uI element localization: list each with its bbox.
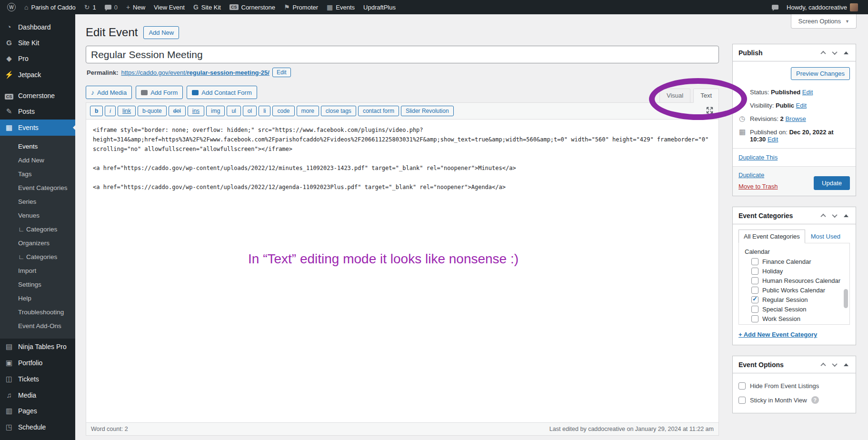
add-new-event-category-link[interactable]: + Add New Event Category <box>738 331 817 338</box>
quicktag-slider-revolution-button[interactable]: Slider Revolution <box>401 106 454 116</box>
category-checkbox-holiday[interactable]: Holiday <box>744 266 841 276</box>
quicktag-img-button[interactable]: img <box>206 106 225 116</box>
comments-link[interactable]: 0 <box>100 0 122 14</box>
category-checkbox-special-session[interactable]: Special Session <box>744 304 841 314</box>
sidebar-item-site-kit[interactable]: G Site Kit <box>0 35 75 50</box>
sidebar-item-cornerstone[interactable]: CS Cornerstone <box>0 88 75 103</box>
quicktag-contact-form-button[interactable]: contact form <box>358 106 399 116</box>
submenu-item-venues[interactable]: Venues <box>0 209 75 222</box>
add-media-button[interactable]: ♪ Add Media <box>86 86 132 99</box>
events-menu[interactable]: ▦ Events <box>322 0 359 14</box>
add-form-button[interactable]: Add Form <box>136 86 183 99</box>
update-button[interactable]: Update <box>814 176 850 190</box>
submenu-item-event-add-ons[interactable]: Event Add-Ons <box>0 319 75 333</box>
notification-icon[interactable] <box>772 5 778 10</box>
sidebar-item-pages[interactable]: ▥ Pages <box>0 403 75 419</box>
submenu-item-organizers[interactable]: Organizers <box>0 236 75 250</box>
quicktag-italic-button[interactable]: i <box>105 106 116 116</box>
view-event-link[interactable]: View Event <box>150 0 189 14</box>
category-checkbox-regular-session[interactable]: Regular Session <box>744 295 841 304</box>
duplicate-this-link[interactable]: Duplicate This <box>738 154 778 161</box>
move-up-button[interactable] <box>818 211 828 220</box>
quicktag-blockquote-button[interactable]: b-quote <box>138 106 167 116</box>
edit-visibility-link[interactable]: Edit <box>796 102 807 109</box>
move-to-trash-link[interactable]: Move to Trash <box>738 183 778 190</box>
tab-most-used[interactable]: Most Used <box>805 230 846 243</box>
collapse-toggle[interactable] <box>841 48 851 58</box>
sidebar-item-portfolio[interactable]: ▣ Portfolio <box>0 355 75 371</box>
sidebar-item-schedule[interactable]: ◳ Schedule <box>0 419 75 435</box>
cornerstone-menu[interactable]: CS Cornerstone <box>225 0 279 14</box>
submenu-item-add-new[interactable]: Add New <box>0 153 75 167</box>
fullscreen-expand-icon[interactable] <box>706 106 714 114</box>
site-kit-menu[interactable]: G Site Kit <box>189 0 225 14</box>
sidebar-item-jetpack[interactable]: ⚡ Jetpack <box>0 67 75 83</box>
move-up-button[interactable] <box>818 360 828 370</box>
collapse-toggle[interactable] <box>841 211 851 220</box>
edit-status-link[interactable]: Edit <box>802 89 813 96</box>
preview-changes-button[interactable]: Preview Changes <box>791 67 850 80</box>
collapse-toggle[interactable] <box>841 360 851 370</box>
quicktag-code-button[interactable]: code <box>272 106 294 116</box>
add-new-button[interactable]: Add New <box>143 26 179 39</box>
promoter-menu[interactable]: ⚑ Promoter <box>279 0 322 14</box>
category-checkbox-public-works-calendar[interactable]: Public Works Calendar <box>744 285 841 295</box>
submenu-item-troubleshooting[interactable]: Troubleshooting <box>0 305 75 319</box>
submenu-item-organizer-categories[interactable]: ∟ Categories <box>0 250 75 264</box>
move-up-button[interactable] <box>818 48 828 58</box>
sidebar-item-ninja-tables-pro[interactable]: ▤ Ninja Tables Pro <box>0 339 75 355</box>
submenu-item-help[interactable]: Help <box>0 291 75 305</box>
site-name-link[interactable]: ⌂ Parish of Caddo <box>20 0 80 14</box>
sidebar-item-pro[interactable]: ◆ Pro <box>0 50 75 67</box>
quicktag-ins-button[interactable]: ins <box>188 106 204 116</box>
permalink-link[interactable]: https://caddo.gov/event/regular-session-… <box>121 69 269 76</box>
submenu-item-venue-categories[interactable]: ∟ Categories <box>0 222 75 236</box>
submenu-item-series[interactable]: Series <box>0 195 75 209</box>
move-down-button[interactable] <box>830 360 839 370</box>
sidebar-item-media[interactable]: ♫ Media <box>0 387 75 403</box>
move-down-button[interactable] <box>830 48 839 58</box>
help-icon[interactable]: ? <box>811 396 819 404</box>
edit-published-date-link[interactable]: Edit <box>768 136 778 143</box>
sticky-in-month-view-checkbox[interactable]: Sticky in Month View ? <box>738 393 850 407</box>
browse-revisions-link[interactable]: Browse <box>785 115 806 122</box>
edit-permalink-button[interactable]: Edit <box>272 68 291 77</box>
quicktag-ol-button[interactable]: ol <box>243 106 257 116</box>
editor-textarea[interactable]: <iframe style="border: none; overflow: h… <box>86 120 718 422</box>
submenu-item-import[interactable]: Import <box>0 264 75 278</box>
quicktag-ul-button[interactable]: ul <box>227 106 240 116</box>
wordpress-menu[interactable]: W <box>3 0 20 14</box>
sidebar-item-posts[interactable]: ✎ Posts <box>0 103 75 120</box>
new-content-menu[interactable]: + New <box>122 0 150 14</box>
quicktag-more-button[interactable]: more <box>297 106 319 116</box>
submenu-item-events[interactable]: Events <box>0 140 75 153</box>
category-checkbox-work-session[interactable]: Work Session <box>744 314 841 323</box>
updates-link[interactable]: ↻ 1 <box>80 0 100 14</box>
add-contact-form-button[interactable]: Add Contact Form <box>187 86 257 99</box>
category-checkbox-finance-calendar[interactable]: Finance Calendar <box>744 257 841 266</box>
quicktag-del-button[interactable]: del <box>169 106 186 116</box>
category-checkbox-human-resources-calendar[interactable]: Human Resources Calendar <box>744 276 841 285</box>
screen-options-button[interactable]: Screen Options ▼ <box>791 14 857 29</box>
tab-visual[interactable]: Visual <box>659 89 690 103</box>
scrollbar-thumb[interactable] <box>844 289 848 308</box>
submenu-item-settings[interactable]: Settings <box>0 278 75 291</box>
quicktag-link-button[interactable]: link <box>118 106 136 116</box>
sidebar-item-dashboard[interactable]: ◔ Dashboard <box>0 19 75 35</box>
sidebar-item-tickets[interactable]: ◫ Tickets <box>0 371 75 387</box>
submenu-item-tags[interactable]: Tags <box>0 167 75 181</box>
tab-all-event-categories[interactable]: All Event Categories <box>738 230 805 243</box>
quicktag-li-button[interactable]: li <box>259 106 270 116</box>
quicktag-bold-button[interactable]: b <box>90 106 103 116</box>
duplicate-link[interactable]: Duplicate <box>738 171 764 179</box>
event-title-input[interactable] <box>86 46 719 63</box>
quicktag-close-tags-button[interactable]: close tags <box>321 106 356 116</box>
hide-from-listings-checkbox[interactable]: Hide From Event Listings <box>738 379 850 393</box>
sidebar-item-events[interactable]: ▦ Events <box>0 120 75 136</box>
updraftplus-menu[interactable]: UpdraftPlus <box>359 0 400 14</box>
submenu-item-event-categories[interactable]: Event Categories <box>0 181 75 195</box>
move-down-button[interactable] <box>830 211 839 220</box>
sidebar-item-comments[interactable]: Comments <box>0 435 75 440</box>
tab-text[interactable]: Text <box>693 89 719 103</box>
my-account-menu[interactable]: Howdy, caddocreative <box>782 0 862 14</box>
